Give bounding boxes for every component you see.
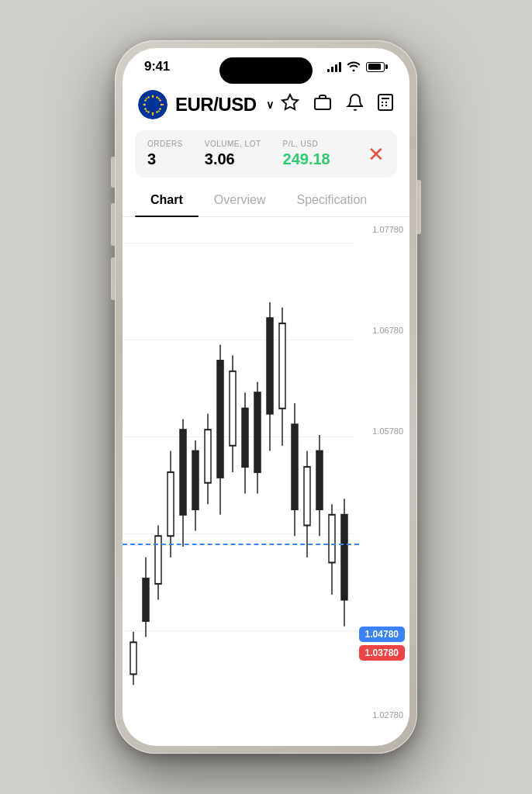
svg-rect-59 (292, 424, 298, 509)
svg-rect-35 (143, 578, 149, 621)
svg-marker-21 (282, 95, 298, 109)
svg-point-11 (159, 99, 161, 102)
calculator-icon[interactable] (377, 93, 394, 116)
svg-rect-39 (168, 472, 174, 536)
svg-rect-63 (316, 451, 323, 509)
tab-chart[interactable]: Chart (135, 185, 199, 216)
status-icons (327, 60, 388, 74)
volume-label: VOLUME, LOT (205, 140, 261, 148)
ask-price-badge: 1.03780 (359, 645, 405, 661)
price-label-1: 1.07780 (372, 225, 403, 234)
pl-stat: P/L, USD 249.18 (283, 140, 330, 168)
bid-price-line (123, 544, 359, 545)
status-time: 9:41 (144, 59, 170, 74)
price-chart[interactable]: 1.07780 1.06780 1.05780 1.02780 1.04780 … (123, 217, 409, 727)
svg-rect-22 (315, 98, 330, 109)
svg-rect-57 (279, 323, 285, 409)
tab-overview[interactable]: Overview (199, 185, 282, 216)
svg-point-9 (152, 95, 154, 98)
close-positions-button[interactable]: ✕ (368, 144, 385, 164)
price-label-3: 1.05780 (372, 426, 403, 436)
volume-up-button[interactable] (111, 203, 115, 246)
power-button[interactable] (417, 180, 421, 234)
pair-dropdown-chevron[interactable]: ∨ (266, 98, 274, 111)
svg-rect-55 (267, 318, 273, 413)
svg-point-19 (144, 99, 147, 102)
pl-value: 249.18 (283, 150, 330, 168)
header-actions (281, 93, 394, 116)
svg-point-12 (161, 104, 163, 106)
svg-point-14 (156, 111, 158, 113)
silent-button[interactable] (111, 157, 115, 188)
phone-screen: 9:41 (123, 48, 409, 746)
pl-label: P/L, USD (283, 140, 330, 148)
volume-value: 3.06 (205, 150, 261, 168)
signal-icon (327, 61, 341, 72)
pair-selector[interactable]: EUR/USD ∨ (138, 90, 274, 119)
svg-rect-47 (217, 361, 223, 478)
svg-rect-61 (304, 467, 310, 525)
svg-point-18 (143, 104, 146, 106)
battery-icon (366, 62, 388, 72)
tab-specification[interactable]: Specification (281, 185, 382, 216)
pair-name: EUR/USD (175, 94, 257, 116)
phone-frame: 9:41 (115, 40, 417, 754)
currency-flag (138, 90, 168, 119)
price-label-6: 1.02780 (372, 710, 403, 720)
candlestick-svg (123, 217, 355, 727)
svg-point-17 (144, 108, 147, 110)
svg-rect-51 (242, 409, 248, 467)
price-label-2: 1.06780 (372, 326, 403, 335)
svg-rect-43 (192, 451, 199, 509)
svg-rect-53 (254, 392, 261, 472)
orders-label: ORDERS (147, 140, 183, 148)
svg-point-20 (147, 96, 150, 98)
svg-rect-49 (230, 371, 236, 446)
svg-point-15 (152, 112, 154, 115)
app-header: EUR/USD ∨ (123, 81, 409, 127)
dynamic-island (219, 57, 313, 84)
svg-point-13 (159, 108, 161, 110)
portfolio-icon[interactable] (313, 93, 332, 116)
svg-rect-33 (130, 642, 136, 674)
volume-down-button[interactable] (111, 257, 115, 300)
svg-rect-45 (205, 430, 211, 483)
watchlist-star-icon[interactable] (281, 93, 299, 116)
trade-info-bar: ORDERS 3 VOLUME, LOT 3.06 P/L, USD 249.1… (135, 130, 397, 178)
wifi-icon (347, 60, 361, 74)
volume-stat: VOLUME, LOT 3.06 (205, 140, 261, 168)
orders-stat: ORDERS 3 (147, 140, 183, 168)
svg-point-10 (156, 96, 158, 98)
trade-stats: ORDERS 3 VOLUME, LOT 3.06 P/L, USD 249.1… (147, 140, 330, 168)
orders-value: 3 (147, 150, 183, 168)
chart-tabs: Chart Overview Specification (123, 185, 409, 217)
svg-point-16 (147, 111, 150, 113)
svg-rect-67 (341, 515, 347, 600)
svg-rect-65 (329, 515, 335, 563)
bid-price-badge: 1.04780 (359, 627, 405, 642)
svg-rect-41 (180, 430, 186, 515)
alert-bell-icon[interactable] (346, 93, 363, 116)
app-content: EUR/USD ∨ (123, 81, 409, 738)
